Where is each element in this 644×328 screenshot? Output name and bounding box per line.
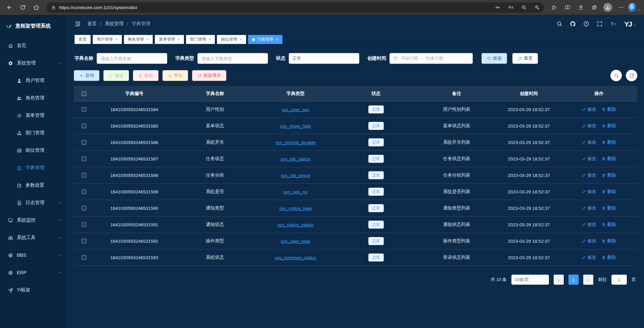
- add-button[interactable]: 新增: [74, 70, 99, 81]
- row-edit-button[interactable]: 修改: [582, 189, 596, 195]
- header-search-icon[interactable]: [556, 21, 562, 27]
- row-checkbox[interactable]: [82, 140, 86, 145]
- url-text[interactable]: https://ccnetcore.com:1101/system/dict: [59, 5, 490, 10]
- tab-home[interactable]: 首页: [75, 35, 91, 44]
- sidebar-item-role-mgmt[interactable]: 角色管理: [0, 89, 67, 107]
- row-checkbox[interactable]: [82, 156, 86, 161]
- row-delete-button[interactable]: 删除: [602, 238, 616, 244]
- row-edit-button[interactable]: 修改: [582, 222, 596, 228]
- dict-type-link[interactable]: sys_notice_status: [277, 222, 313, 227]
- row-delete-button[interactable]: 删除: [602, 139, 616, 145]
- font-size-icon[interactable]: [610, 20, 617, 27]
- row-checkbox[interactable]: [82, 222, 86, 227]
- tab-close-icon[interactable]: [115, 37, 118, 42]
- dict-name-input[interactable]: [97, 53, 167, 64]
- sidebar-item-erp[interactable]: ERP: [0, 264, 67, 281]
- sidebar-item-dict-mgmt[interactable]: 字典管理: [0, 159, 67, 177]
- dict-type-link[interactable]: sys_yes_no: [283, 189, 307, 194]
- row-edit-button[interactable]: 修改: [582, 238, 596, 244]
- sidebar-item-bbs[interactable]: BBS: [0, 246, 67, 264]
- sidebar-item-system-tools[interactable]: 系统工具: [0, 229, 67, 246]
- row-edit-button[interactable]: 修改: [582, 172, 596, 178]
- page-size-select[interactable]: 10条/页: [511, 275, 549, 285]
- status-select[interactable]: 正常: [289, 53, 359, 64]
- dict-type-link[interactable]: sys_user_sex: [282, 107, 310, 112]
- search-button[interactable]: 搜索: [481, 53, 507, 64]
- tab-user-mgmt[interactable]: 用户管理: [93, 35, 122, 44]
- tab-menu-mgmt[interactable]: 菜单管理: [155, 35, 184, 44]
- sidebar-item-user-mgmt[interactable]: 用户管理: [0, 72, 67, 89]
- fullscreen-icon[interactable]: [597, 21, 603, 27]
- sidebar-item-param-settings[interactable]: 参数设置: [0, 177, 67, 194]
- row-delete-button[interactable]: 删除: [602, 205, 616, 211]
- export-button[interactable]: 导出: [163, 70, 188, 81]
- zoom-icon[interactable]: [519, 3, 529, 12]
- read-aloud-icon[interactable]: [506, 3, 516, 12]
- tab-close-icon[interactable]: [239, 37, 242, 42]
- edit-button[interactable]: 修改: [103, 70, 129, 81]
- dict-type-link[interactable]: sys_show_hide: [280, 124, 311, 129]
- sidebar-toggle[interactable]: [75, 21, 81, 27]
- row-delete-button[interactable]: 删除: [602, 156, 616, 162]
- dict-type-link[interactable]: sys_job_group: [281, 173, 310, 178]
- row-checkbox[interactable]: [82, 206, 86, 210]
- collections-icon[interactable]: [588, 2, 600, 13]
- more-menu-icon[interactable]: [615, 2, 627, 13]
- reload-button[interactable]: [17, 2, 29, 13]
- dict-type-link[interactable]: sys_job_status: [280, 156, 310, 161]
- row-checkbox[interactable]: [82, 239, 86, 243]
- profile-avatar[interactable]: [602, 2, 614, 13]
- tab-role-mgmt[interactable]: 角色管理: [124, 35, 153, 44]
- page-1-button[interactable]: 1: [568, 275, 579, 285]
- row-edit-button[interactable]: 修改: [582, 156, 596, 162]
- sidebar-item-system-monitor[interactable]: 系统监控: [0, 212, 67, 229]
- help-icon[interactable]: [583, 21, 589, 27]
- breadcrumb-home[interactable]: 首页: [87, 21, 97, 27]
- row-delete-button[interactable]: 删除: [602, 189, 616, 195]
- row-delete-button[interactable]: 删除: [602, 172, 616, 178]
- row-edit-button[interactable]: 修改: [582, 106, 596, 112]
- row-delete-button[interactable]: 删除: [602, 123, 616, 129]
- delete-button[interactable]: 删除: [133, 70, 158, 81]
- row-edit-button[interactable]: 修改: [582, 123, 596, 129]
- tab-close-icon[interactable]: [276, 37, 278, 42]
- dict-type-input[interactable]: [197, 53, 268, 64]
- password-key-icon[interactable]: [493, 3, 503, 12]
- sidebar-item-system-mgmt[interactable]: 系统管理: [0, 54, 67, 72]
- tab-close-icon[interactable]: [146, 37, 149, 42]
- browser-home-button[interactable]: [30, 2, 42, 13]
- user-brand-menu[interactable]: YJ: [624, 20, 637, 28]
- row-checkbox[interactable]: [82, 107, 86, 112]
- next-page-button[interactable]: [583, 275, 593, 285]
- tab-dict-mgmt[interactable]: 字典管理: [248, 35, 282, 44]
- toggle-search-button[interactable]: [610, 70, 622, 81]
- extensions-icon[interactable]: [548, 2, 560, 13]
- row-delete-button[interactable]: 删除: [602, 106, 616, 112]
- row-edit-button[interactable]: 修改: [582, 139, 596, 145]
- row-delete-button[interactable]: 删除: [602, 254, 616, 261]
- sidebar-item-menu-mgmt[interactable]: 菜单管理: [0, 107, 67, 124]
- refresh-cache-button[interactable]: 刷新缓存: [192, 70, 226, 81]
- prev-page-button[interactable]: [554, 275, 564, 285]
- back-button[interactable]: [3, 2, 15, 13]
- sidebar-item-home[interactable]: 首页: [0, 37, 67, 54]
- github-icon[interactable]: [570, 21, 576, 27]
- row-checkbox[interactable]: [82, 255, 86, 260]
- tab-dept-mgmt[interactable]: 部门管理: [186, 35, 215, 44]
- tab-close-icon[interactable]: [177, 37, 180, 42]
- sidebar-item-dept-mgmt[interactable]: 部门管理: [0, 124, 67, 142]
- add-favorite-star-icon[interactable]: [532, 3, 542, 12]
- favorites-bar-icon[interactable]: [575, 2, 587, 13]
- row-delete-button[interactable]: 删除: [602, 222, 616, 228]
- app-logo[interactable]: 意框架管理系统: [0, 15, 67, 37]
- sidebar-item-yi-framework[interactable]: Yi框架: [0, 281, 67, 299]
- split-screen-icon[interactable]: [561, 2, 573, 13]
- row-checkbox[interactable]: [82, 173, 86, 178]
- dict-type-link[interactable]: sys_normal_disable: [275, 140, 315, 145]
- sidebar-item-log-mgmt[interactable]: 日志管理: [0, 194, 67, 212]
- row-edit-button[interactable]: 修改: [582, 205, 596, 211]
- row-checkbox[interactable]: [82, 189, 86, 194]
- select-all-checkbox[interactable]: [82, 91, 86, 96]
- row-checkbox[interactable]: [82, 124, 86, 128]
- dict-type-link[interactable]: sys_notice_type: [279, 206, 312, 211]
